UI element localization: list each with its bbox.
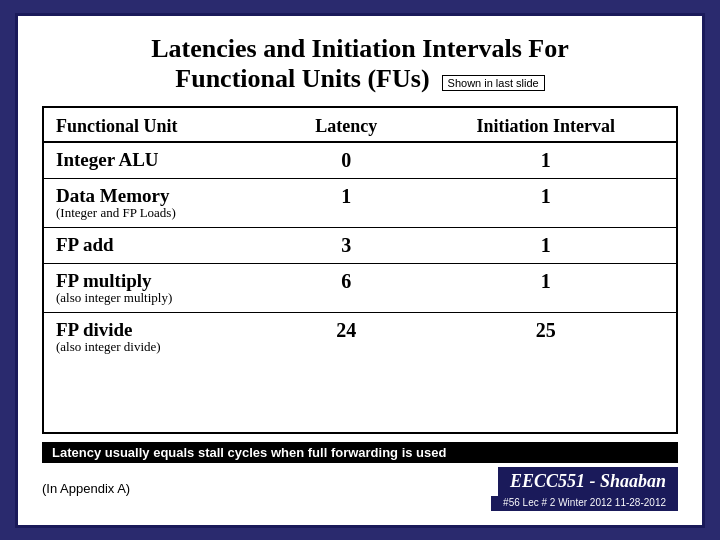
table-header-row: Functional Unit Latency Initiation Inter… [44, 108, 676, 142]
cell-interval: 1 [415, 142, 676, 179]
footer-area: (In Appendix A) EECC551 - Shaaban #56 Le… [42, 467, 678, 511]
bottom-note: Latency usually equals stall cycles when… [42, 442, 678, 463]
data-table: Functional Unit Latency Initiation Inter… [44, 108, 676, 361]
footer-meta: #56 Lec # 2 Winter 2012 11-28-2012 [491, 496, 678, 511]
table-row: Integer ALU01 [44, 142, 676, 179]
title-line1: Latencies and Initiation Intervals For [151, 34, 568, 63]
table-row: FP divide(also integer divide)2425 [44, 312, 676, 361]
cell-latency: 0 [277, 142, 415, 179]
footer-brand: EECC551 - Shaaban [498, 467, 678, 496]
cell-latency: 24 [277, 312, 415, 361]
cell-latency: 1 [277, 178, 415, 227]
cell-interval: 1 [415, 227, 676, 263]
cell-unit-main: Data Memory [56, 185, 265, 207]
cell-interval: 1 [415, 178, 676, 227]
cell-latency: 6 [277, 263, 415, 312]
table-row: FP add31 [44, 227, 676, 263]
cell-unit-sub: (Integer and FP Loads) [56, 205, 265, 221]
cell-unit-sub: (also integer multiply) [56, 290, 265, 306]
cell-unit: FP multiply(also integer multiply) [44, 263, 277, 312]
cell-interval: 1 [415, 263, 676, 312]
title-area: Latencies and Initiation Intervals For F… [42, 34, 678, 94]
table-row: FP multiply(also integer multiply)61 [44, 263, 676, 312]
footer-right-block: EECC551 - Shaaban #56 Lec # 2 Winter 201… [491, 467, 678, 511]
cell-latency: 3 [277, 227, 415, 263]
cell-unit: FP divide(also integer divide) [44, 312, 277, 361]
cell-unit-main: Integer ALU [56, 149, 265, 171]
cell-interval: 25 [415, 312, 676, 361]
header-col3: Initiation Interval [415, 108, 676, 142]
table-row: Data Memory(Integer and FP Loads)11 [44, 178, 676, 227]
footer-left: (In Appendix A) [42, 481, 130, 496]
header-col2: Latency [277, 108, 415, 142]
cell-unit: Integer ALU [44, 142, 277, 179]
cell-unit-sub: (also integer divide) [56, 339, 265, 355]
slide: Latencies and Initiation Intervals For F… [15, 13, 705, 528]
table-container: Functional Unit Latency Initiation Inter… [42, 106, 678, 434]
cell-unit-main: FP add [56, 234, 265, 256]
cell-unit-main: FP divide [56, 319, 265, 341]
header-col1: Functional Unit [44, 108, 277, 142]
cell-unit-main: FP multiply [56, 270, 265, 292]
title-badge: Shown in last slide [442, 75, 545, 91]
title-line2: Functional Units (FUs) [175, 64, 429, 93]
cell-unit: FP add [44, 227, 277, 263]
cell-unit: Data Memory(Integer and FP Loads) [44, 178, 277, 227]
